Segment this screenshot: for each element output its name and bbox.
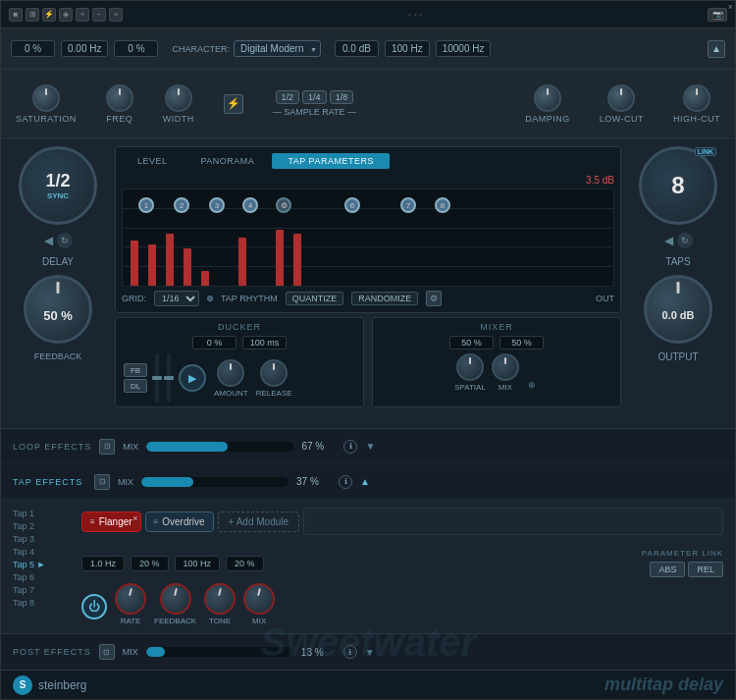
freq-display[interactable]: 0.00 Hz — [61, 40, 108, 57]
delay-display[interactable]: 1/2 SYNC — [19, 146, 97, 225]
power-button[interactable]: ⏻ — [81, 594, 107, 619]
param-rate-display[interactable]: 1.0 Hz — [81, 556, 125, 571]
delay-left-arrow[interactable]: ◀ — [44, 234, 53, 247]
icon-7[interactable]: × — [109, 8, 123, 22]
icon-1[interactable]: ■ — [9, 8, 23, 22]
camera-button[interactable]: 📷 — [708, 8, 727, 22]
fb-button[interactable]: FB — [124, 363, 147, 377]
add-module-button[interactable]: + Add Module — [218, 512, 299, 532]
sr-btn-2[interactable]: 1/4 — [302, 90, 327, 104]
ducker-slider-2[interactable] — [167, 353, 171, 403]
tap-bar-8[interactable] — [293, 234, 301, 286]
tap-item-3[interactable]: Tap 3 — [13, 533, 72, 545]
quantize-button[interactable]: QUANTIZE — [286, 292, 344, 305]
loop-bypass-button[interactable]: ⊡ — [99, 439, 115, 455]
param-mix-display[interactable]: 20 % — [226, 556, 264, 571]
mixer-spatial-display[interactable]: 50 % — [449, 336, 494, 350]
rate-knob[interactable] — [115, 583, 146, 615]
taps-refresh[interactable]: ↻ — [677, 233, 693, 248]
tap-bar-3[interactable] — [166, 234, 174, 286]
ducker-amount-display[interactable]: 0 % — [192, 336, 237, 350]
icon-5[interactable]: + — [76, 8, 89, 22]
tap-bypass-button[interactable]: ⊡ — [94, 474, 110, 490]
lightning-icon[interactable]: ⚡ — [224, 94, 243, 114]
param-tone-display[interactable]: 100 Hz — [175, 556, 221, 571]
icon-3[interactable]: ⚡ — [42, 8, 56, 22]
tap-bar-1[interactable] — [131, 241, 138, 286]
sr-btn-1[interactable]: 1/2 — [276, 90, 300, 104]
loop-info-icon[interactable]: ℹ — [343, 440, 357, 454]
post-bypass-button[interactable]: ⊡ — [99, 644, 115, 660]
taps-display[interactable]: 8 LINK — [639, 146, 717, 225]
mix-knob[interactable] — [492, 353, 519, 381]
expand-button[interactable]: ▲ — [708, 40, 725, 58]
post-mix-bar[interactable] — [146, 647, 293, 657]
delay-refresh[interactable]: ↻ — [57, 233, 73, 248]
tab-panorama[interactable]: PANORAMA — [185, 153, 271, 169]
tap-mix-bar[interactable] — [141, 477, 289, 487]
width-display[interactable]: 0 % — [114, 40, 158, 57]
tap-item-4[interactable]: Tap 4 — [13, 546, 72, 558]
output-knob[interactable]: 0.0 dB — [644, 275, 712, 344]
randomize-button[interactable]: RANDOMIZE — [351, 292, 418, 305]
flanger-module[interactable]: ≡ Flanger × — [81, 512, 141, 532]
highcut-knob[interactable] — [683, 84, 710, 112]
ducker-slider-1[interactable] — [155, 353, 159, 403]
tab-level[interactable]: LEVEL — [122, 153, 184, 169]
saturation-knob[interactable] — [32, 84, 60, 112]
mixer-mix-display[interactable]: 50 % — [499, 336, 544, 350]
spatial-link-icon[interactable]: ⊕ — [525, 378, 539, 392]
tap-item-5[interactable]: Tap 5 — [13, 559, 72, 570]
tap-feedback-knob[interactable] — [160, 583, 191, 615]
lowcut-knob[interactable] — [607, 84, 635, 112]
abs-button[interactable]: ABS — [650, 562, 685, 577]
tap-item-6[interactable]: Tap 6 — [13, 571, 72, 583]
tap-mix-knob[interactable] — [243, 583, 275, 615]
character-select[interactable]: Digital Modern Analog Warm Vintage — [234, 40, 321, 57]
tap-chevron-icon[interactable]: ▲ — [360, 476, 370, 487]
icon-2[interactable]: ⊞ — [26, 8, 39, 22]
tap-item-1[interactable]: Tap 1 — [13, 508, 72, 519]
tab-parameters[interactable]: TAP PARAMETERS — [272, 153, 390, 169]
tap-bar-2[interactable] — [148, 244, 156, 286]
amount-knob[interactable] — [217, 359, 244, 387]
dl-button[interactable]: DL — [124, 379, 147, 393]
tap-item-7[interactable]: Tap 7 — [13, 584, 72, 596]
tap-info-icon[interactable]: ℹ — [339, 475, 352, 489]
tap-bar-4[interactable] — [184, 248, 191, 286]
taps-left-arrow[interactable]: ◀ — [664, 234, 673, 247]
tap-bar-6[interactable] — [238, 238, 246, 286]
freq-knob[interactable] — [106, 84, 133, 112]
overdrive-close[interactable]: × — [728, 2, 733, 12]
db-display[interactable]: 0.0 dB — [335, 40, 379, 57]
tap-bar-5[interactable] — [201, 271, 209, 286]
tap-item-2[interactable]: Tap 2 — [13, 520, 72, 532]
settings-icon[interactable]: ⚙ — [426, 291, 442, 306]
icon-4[interactable]: ◈ — [59, 8, 73, 22]
grid-select[interactable]: 1/16 1/8 1/4 — [154, 291, 199, 306]
post-info-icon[interactable]: ℹ — [343, 645, 357, 659]
loop-chevron-icon[interactable]: ▼ — [365, 441, 375, 452]
post-chevron-icon[interactable]: ▼ — [365, 647, 375, 658]
play-button[interactable]: ▶ — [179, 364, 206, 392]
flanger-close[interactable]: × — [132, 513, 137, 523]
saturation-display[interactable]: 0 % — [11, 40, 55, 57]
width-knob[interactable] — [165, 84, 192, 112]
feedback-knob[interactable]: 50 % — [24, 275, 92, 344]
overdrive-module[interactable]: ≡ Overdrive × — [145, 512, 214, 532]
ducker-release-display[interactable]: 100 ms — [242, 336, 287, 350]
spatial-knob[interactable] — [456, 353, 484, 381]
tap-item-8[interactable]: Tap 8 — [13, 597, 72, 609]
icon-6[interactable]: − — [92, 8, 106, 22]
sr-btn-3[interactable]: 1/8 — [330, 90, 354, 104]
tone-knob[interactable] — [204, 583, 236, 615]
param-feedback-display[interactable]: 20 % — [131, 556, 169, 571]
hz100-display[interactable]: 100 Hz — [385, 40, 430, 57]
rel-button[interactable]: REL — [688, 562, 723, 577]
release-knob[interactable] — [260, 359, 288, 387]
damping-knob[interactable] — [534, 84, 561, 112]
character-select-wrapper[interactable]: Digital Modern Analog Warm Vintage — [234, 40, 321, 57]
loop-mix-bar[interactable] — [146, 442, 293, 452]
hz10000-display[interactable]: 10000 Hz — [436, 40, 492, 57]
tap-bar-7[interactable] — [276, 230, 284, 286]
